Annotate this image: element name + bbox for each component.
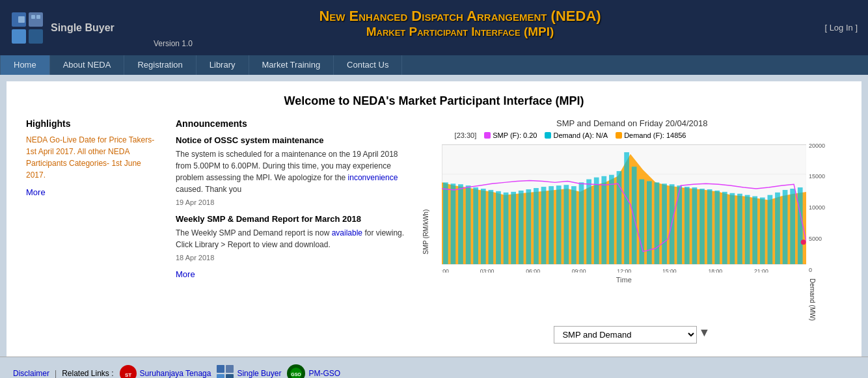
svg-text:12:00: 12:00 [617,268,631,273]
svg-rect-77 [226,365,234,373]
single-buyer-footer-link[interactable]: Single Buyer [216,364,281,378]
announcement-1-date: 19 Apr 2018 [176,198,409,206]
svg-rect-65 [797,187,802,264]
svg-rect-18 [443,182,448,264]
header: Single Buyer New Enhanced Dispatch Arran… [0,0,868,55]
svg-rect-29 [526,189,531,264]
svg-rect-30 [534,188,539,264]
smp-legend-dot [484,132,491,139]
y-left-label: SMP (RM/kWh) [422,142,442,321]
svg-rect-23 [480,189,485,264]
svg-text:09:00: 09:00 [571,268,586,273]
svg-rect-1 [18,16,25,23]
svg-rect-19 [450,183,455,264]
svg-rect-60 [759,198,765,264]
chart-svg: 0.215 0.210 0.205 0.200 0.195 [442,142,806,273]
svg-rect-39 [601,176,606,264]
svg-rect-2 [29,12,43,27]
disclaimer-link[interactable]: Disclaimer [13,369,49,378]
chart-type-select[interactable]: SMP and Demand SMP Only Demand Only [554,326,697,344]
y-right-label: Demand (MW) [809,278,816,321]
svg-rect-28 [518,191,523,264]
pmgso-text[interactable]: PM-GSO [308,369,340,378]
svg-rect-45 [647,181,652,264]
svg-rect-61 [767,195,772,264]
suruhanjaya-text[interactable]: Suruhanjaya Tenaga [140,369,211,378]
chart-inner: 0.215 0.210 0.205 0.200 0.195 [442,142,806,321]
svg-rect-21 [465,185,470,264]
announcements-panel: Announcements Notice of OSSC system main… [176,118,409,344]
svg-rect-22 [473,187,478,264]
nav-item-contact-us[interactable]: Contact Us [334,55,402,75]
svg-rect-33 [556,185,561,264]
highlights-panel: Highlights NEDA Go-Live Date for Price T… [26,118,163,344]
svg-rect-58 [744,195,750,264]
announcement-2-text: The Weekly SMP and Demand report is now … [176,227,409,250]
logo-text: Single Buyer [51,22,115,34]
nav-item-about-neda[interactable]: About NEDA [50,55,125,75]
login-area[interactable]: [ Log In ] [780,23,858,33]
highlight-text: NEDA Go-Live Date for Price Takers-1st A… [26,134,163,181]
legend-demand-a: Demand (A): N/A [545,131,608,139]
y-right-axis: 20000 15000 10000 5000 0 Demand (MW) [806,142,842,321]
svg-rect-46 [654,182,659,264]
nav-item-home[interactable]: Home [0,55,50,75]
smp-label: SMP (F): [493,131,521,139]
highlights-title: Highlights [26,118,163,129]
svg-rect-78 [217,374,224,378]
nav-item-market-training[interactable]: Market Training [249,55,334,75]
nav-item-registration[interactable]: Registration [124,55,196,75]
legend-time: [23:30] [455,131,477,139]
nav-item-library[interactable]: Library [197,55,249,75]
single-buyer-footer-text[interactable]: Single Buyer [237,369,281,378]
svg-rect-26 [503,193,508,264]
smp-marker [800,239,806,245]
svg-rect-51 [692,187,697,264]
svg-rect-54 [714,191,720,264]
svg-rect-50 [685,187,690,264]
announcement-1-heading: Notice of OSSC system maintenance [176,135,409,145]
svg-rect-76 [217,365,224,373]
svg-rect-42 [624,152,629,264]
related-links-label: Related Links : [62,369,113,378]
highlights-more-link[interactable]: More [26,187,163,197]
version-text: Version 1.0 [154,39,780,48]
svg-rect-32 [549,186,554,264]
svg-rect-37 [586,180,591,264]
x-axis-label: Time [442,276,806,284]
footer-links: Disclaimer | Related Links : ST Suruhanj… [13,364,855,378]
svg-rect-27 [511,192,516,264]
svg-rect-62 [775,193,780,264]
single-buyer-footer-icon [216,364,234,378]
chart-legend: [23:30] SMP (F): 0.20 Demand (A): N/A [422,131,842,139]
svg-rect-36 [578,182,584,264]
svg-text:ST: ST [124,372,131,378]
title-line1: New Enhanced Dispatch Arrangement (NEDA) [141,8,780,25]
svg-rect-5 [12,29,26,44]
svg-rect-38 [593,178,599,264]
demand-a-legend-dot [545,132,551,139]
svg-rect-53 [707,189,712,264]
svg-rect-57 [737,194,742,264]
yr-10000: 10000 [809,204,825,236]
svg-rect-59 [752,196,757,264]
announcements-more-link[interactable]: More [176,269,409,279]
available-link[interactable]: available [332,228,362,237]
svg-rect-31 [541,187,546,264]
svg-rect-35 [571,186,576,264]
main-content: Welcome to NEDA's Market Participant Int… [13,81,855,357]
title-line2: Market Participant Interface (MPI) [141,25,780,39]
announcement-1-text: The system is scheduled for a maintenanc… [176,148,409,195]
inconvenience-link[interactable]: inconvenience [348,173,398,182]
single-buyer-logo [10,11,44,45]
legend-smp: SMP (F): 0.20 [484,131,537,139]
pmgso-link[interactable]: GSO PM-GSO [286,364,340,378]
svg-rect-64 [790,189,795,264]
suruhanjaya-link[interactable]: ST Suruhanjaya Tenaga [119,364,211,378]
yr-0: 0 [809,267,812,273]
legend-demand-f: Demand (F): 14856 [616,131,686,139]
svg-text:15:00: 15:00 [662,268,676,273]
svg-text:00:00: 00:00 [442,268,449,273]
login-link[interactable]: [ Log In ] [824,23,858,33]
svg-rect-20 [458,184,463,264]
